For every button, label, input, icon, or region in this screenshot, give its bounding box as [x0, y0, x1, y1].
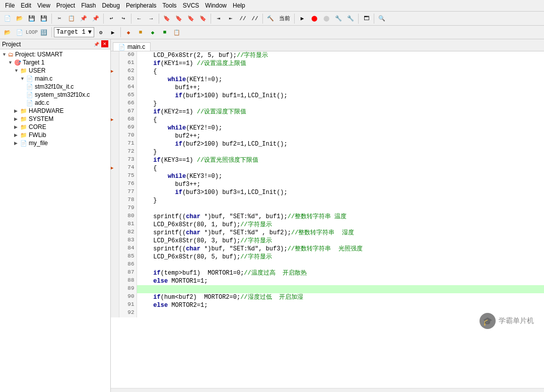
tree-file-stm32it[interactable]: 📄 stm32f10x_it.c — [0, 83, 110, 91]
code-line[interactable]: sprintf((char *)buf, "SET:%d", buf1);//整… — [137, 213, 544, 221]
comment-btn[interactable]: // — [237, 13, 248, 24]
breakpoint-col[interactable] — [111, 229, 119, 237]
breakpoint-col[interactable] — [111, 301, 119, 309]
code-line[interactable]: if(hum<buf2) MORTOR2=0;//湿度过低 开启加湿 — [137, 293, 544, 301]
breakpoint-col[interactable] — [111, 51, 119, 59]
tree-folder-user[interactable]: ▼ 📁 USER — [0, 67, 110, 75]
undo-btn[interactable]: ↩ — [106, 13, 117, 24]
breakpoint-col[interactable] — [111, 59, 119, 68]
menu-file[interactable]: File — [2, 1, 18, 10]
bookmark-btn[interactable]: 🔖 — [161, 13, 172, 24]
tb2-sq2-btn[interactable]: ■ — [159, 27, 170, 38]
open-btn[interactable]: 📂 — [14, 13, 25, 24]
indent-btn[interactable]: ⇥ — [213, 13, 224, 24]
code-line[interactable]: LCD_P6x8Str(80, 3, buf);//字符显示 — [137, 237, 544, 245]
breakpoint-col[interactable] — [111, 92, 119, 100]
code-line[interactable]: else MORTOR2=1; — [137, 301, 544, 309]
cut-btn[interactable]: ✂ — [54, 13, 65, 24]
breakpoint-col[interactable] — [111, 156, 119, 164]
tree-folder-fwlib[interactable]: ▶ 📁 FWLib — [0, 131, 110, 139]
menu-peripherals[interactable]: Peripherals — [123, 1, 160, 10]
editor-tab-main[interactable]: 📄 main.c — [113, 42, 151, 51]
code-line[interactable]: buf3++; — [137, 180, 544, 188]
code-line[interactable] — [137, 205, 544, 213]
menu-window[interactable]: Window — [202, 1, 230, 10]
menu-svcs[interactable]: SVCS — [180, 1, 202, 10]
menu-tools[interactable]: Tools — [160, 1, 180, 10]
code-line[interactable]: while(KEY1!=0); — [137, 76, 544, 84]
tb2-diamond2-btn[interactable]: ◆ — [147, 27, 158, 38]
tb2-diamond-btn[interactable]: ◆ — [123, 27, 134, 38]
search-btn[interactable]: 🔍 — [376, 13, 387, 24]
breakpoint-col[interactable] — [111, 261, 119, 269]
breakpoint-col[interactable] — [111, 108, 119, 116]
breakpoint-col[interactable] — [111, 76, 119, 84]
code-line[interactable]: LCD_P6x8Str(80, 1, buf);//字符显示 — [137, 221, 544, 229]
breakpoint-col[interactable] — [111, 132, 119, 140]
breakpoint-col[interactable] — [111, 84, 119, 92]
code-line[interactable]: { — [137, 164, 544, 172]
code-line[interactable]: if(KEY3==1) //设置光照强度下限值 — [137, 156, 544, 164]
settings2-btn[interactable]: 🔧 — [345, 13, 356, 24]
code-line[interactable]: } — [137, 197, 544, 205]
tb2-file-btn[interactable]: 📋 — [171, 27, 182, 38]
copy-btn[interactable]: 📋 — [66, 13, 77, 24]
tb2-btn4[interactable]: 🔢 — [38, 27, 49, 38]
breakpoint-col[interactable] — [111, 197, 119, 205]
tree-target[interactable]: ▼ 🎯 Target 1 — [0, 58, 110, 67]
code-line[interactable]: LCD_P6x8Str(2, 5, buf);//字符显示 — [137, 51, 544, 59]
bookmark2-btn[interactable]: 🔖 — [173, 13, 184, 24]
panel-pin-btn[interactable]: 📌 — [92, 40, 100, 48]
breakpoint-col[interactable]: ▶ — [111, 68, 119, 76]
code-line[interactable]: while(KEY2!=0); — [137, 124, 544, 132]
code-line[interactable]: while(KEY3!=0); — [137, 172, 544, 180]
redo-btn[interactable]: ↪ — [118, 13, 129, 24]
menu-help[interactable]: Help — [230, 1, 248, 10]
code-container[interactable]: 60 LCD_P6x8Str(2, 5, buf);//字符显示61 if(KE… — [111, 51, 544, 388]
bookmark3-btn[interactable]: 🔖 — [185, 13, 196, 24]
code-line[interactable]: } — [137, 148, 544, 156]
tree-folder-myfile[interactable]: ▶ 📄 my_file — [0, 139, 110, 147]
settings-btn[interactable]: 🔧 — [333, 13, 344, 24]
code-line[interactable]: buf1++; — [137, 84, 544, 92]
target-dropdown[interactable]: Target 1 ▼ — [54, 27, 94, 37]
circle-btn[interactable]: ⬤ — [321, 13, 332, 24]
breakpoint-col[interactable] — [111, 277, 119, 285]
breakpoint-col[interactable] — [111, 309, 119, 317]
menu-view[interactable]: View — [34, 1, 53, 10]
breakpoint-col[interactable]: ▶ — [111, 164, 119, 172]
tree-file-adc[interactable]: 📄 adc.c — [0, 99, 110, 107]
panel-close-btn[interactable]: ✕ — [101, 40, 108, 47]
tree-file-main[interactable]: ▼ 📄 main.c — [0, 75, 110, 83]
tb2-run-btn[interactable]: ▶ — [107, 27, 118, 38]
nav-fwd-btn[interactable]: → — [146, 13, 157, 24]
tree-project-root[interactable]: ▼ 🗂 Project: USMART — [0, 50, 110, 58]
code-line[interactable]: LCD_P6x8Str(80, 5, buf);//字符显示 — [137, 253, 544, 261]
code-line[interactable] — [137, 261, 544, 269]
breakpoint-col[interactable] — [111, 269, 119, 277]
paste-btn[interactable]: 📌 — [78, 13, 89, 24]
stop-btn[interactable]: ⬤ — [309, 13, 320, 24]
code-line[interactable]: if(buf3>100) buf3=1,LCD_Init(); — [137, 188, 544, 197]
paste2-btn[interactable]: 📌 — [90, 13, 101, 24]
breakpoint-col[interactable] — [111, 293, 119, 301]
breakpoint-col[interactable] — [111, 213, 119, 221]
new-file-btn[interactable]: 📄 — [2, 13, 13, 24]
uncomment-btn[interactable]: // — [249, 13, 260, 24]
nav-back-btn[interactable]: ← — [133, 13, 145, 24]
tree-folder-system[interactable]: ▶ 📁 SYSTEM — [0, 115, 110, 123]
tb2-settings-btn[interactable]: ⚙ — [95, 27, 106, 38]
breakpoint-col[interactable] — [111, 253, 119, 261]
code-line[interactable]: if(KEY2==1) //设置湿度下限值 — [137, 108, 544, 116]
code-line[interactable]: if(buf2>100) buf2=1,LCD_Init(); — [137, 140, 544, 148]
breakpoint-col[interactable]: ▶ — [111, 116, 119, 124]
breakpoint-col[interactable] — [111, 172, 119, 180]
menu-project[interactable]: Project — [53, 1, 78, 10]
breakpoint-col[interactable] — [111, 285, 119, 293]
tb2-btn3[interactable]: LOOP — [26, 27, 37, 38]
breakpoint-col[interactable] — [111, 188, 119, 197]
breakpoint-col[interactable] — [111, 100, 119, 108]
breakpoint-col[interactable] — [111, 124, 119, 132]
code-line[interactable]: buf2++; — [137, 132, 544, 140]
tree-folder-core[interactable]: ▶ 📁 CORE — [0, 123, 110, 131]
